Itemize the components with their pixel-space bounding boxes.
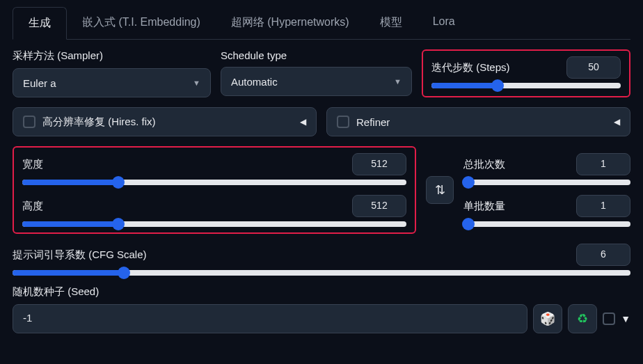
cfg-value[interactable]: 6 (576, 244, 630, 266)
dimensions-highlight: 宽度 512 高度 512 (13, 146, 416, 234)
width-group: 宽度 512 (22, 153, 406, 185)
slider-fill (431, 83, 498, 88)
steps-group: 迭代步数 (Steps) 50 (431, 56, 621, 88)
slider-thumb[interactable] (491, 79, 504, 92)
batch-size-slider[interactable] (463, 221, 630, 227)
reuse-seed-button[interactable]: ♻ (568, 304, 597, 333)
seed-input[interactable]: -1 (13, 304, 527, 333)
random-seed-button[interactable]: 🎲 (533, 304, 562, 333)
triangle-left-icon: ◀ (614, 117, 620, 127)
refiner-toggle[interactable]: Refiner ◀ (326, 107, 630, 136)
width-value[interactable]: 512 (352, 153, 406, 175)
tab-embedding[interactable]: 嵌入式 (T.I. Embedding) (67, 7, 216, 39)
batch-count-group: 总批次数 1 (463, 153, 630, 185)
seed-extra-checkbox[interactable] (603, 312, 615, 325)
slider-fill (22, 221, 118, 227)
caret-down-icon: ▼ (193, 79, 200, 87)
tab-generate[interactable]: 生成 (13, 7, 67, 40)
batch-count-slider[interactable] (463, 180, 630, 185)
dice-icon: 🎲 (540, 311, 555, 326)
swap-icon: ⇅ (435, 182, 445, 198)
sampler-select[interactable]: Euler a ▼ (13, 68, 211, 97)
tabs-bar: 生成 嵌入式 (T.I. Embedding) 超网络 (Hypernetwor… (13, 7, 630, 40)
hires-fix-toggle[interactable]: 高分辨率修复 (Hires. fix) ◀ (13, 107, 317, 136)
steps-label: 迭代步数 (Steps) (431, 61, 510, 74)
refiner-checkbox[interactable] (337, 116, 349, 128)
tab-lora[interactable]: Lora (418, 7, 470, 39)
width-label: 宽度 (22, 158, 43, 171)
width-slider[interactable] (22, 180, 406, 185)
batch-size-label: 单批数量 (463, 200, 505, 213)
recycle-icon: ♻ (577, 311, 588, 326)
batch-count-label: 总批次数 (463, 158, 505, 171)
steps-value[interactable]: 50 (566, 56, 621, 79)
schedule-select[interactable]: Automatic ▼ (221, 67, 412, 96)
height-group: 高度 512 (22, 195, 406, 227)
cfg-group: 提示词引导系数 (CFG Scale) 6 (13, 244, 630, 276)
schedule-label: Schedule type (221, 49, 412, 61)
steps-highlight: 迭代步数 (Steps) 50 (422, 49, 630, 97)
batch-size-value[interactable]: 1 (576, 195, 630, 217)
refiner-label: Refiner (356, 116, 390, 128)
tab-hypernetworks[interactable]: 超网络 (Hypernetworks) (216, 7, 365, 39)
slider-thumb[interactable] (462, 218, 475, 230)
slider-fill (22, 180, 118, 185)
caret-down-icon: ▼ (394, 77, 402, 86)
swap-dimensions-button[interactable]: ⇅ (426, 176, 454, 204)
steps-slider[interactable] (431, 83, 621, 88)
slider-fill (13, 270, 124, 276)
batch-size-group: 单批数量 1 (463, 195, 630, 227)
seed-extra-toggle[interactable]: ▼ (621, 313, 630, 324)
slider-thumb[interactable] (112, 176, 125, 189)
sampler-value: Euler a (23, 77, 56, 89)
sampler-label: 采样方法 (Sampler) (13, 49, 211, 63)
hires-label: 高分辨率修复 (Hires. fix) (42, 116, 156, 129)
hires-checkbox[interactable] (23, 116, 35, 128)
batch-count-value[interactable]: 1 (576, 153, 630, 175)
height-label: 高度 (22, 200, 43, 213)
schedule-value: Automatic (231, 76, 278, 88)
height-slider[interactable] (22, 221, 406, 227)
cfg-slider[interactable] (13, 270, 630, 276)
cfg-label: 提示词引导系数 (CFG Scale) (13, 248, 147, 262)
slider-thumb[interactable] (118, 267, 130, 279)
height-value[interactable]: 512 (352, 195, 406, 217)
triangle-left-icon: ◀ (300, 117, 306, 127)
seed-label: 随机数种子 (Seed) (13, 285, 630, 299)
slider-thumb[interactable] (112, 218, 125, 230)
tab-model[interactable]: 模型 (365, 7, 418, 39)
slider-thumb[interactable] (462, 176, 475, 189)
